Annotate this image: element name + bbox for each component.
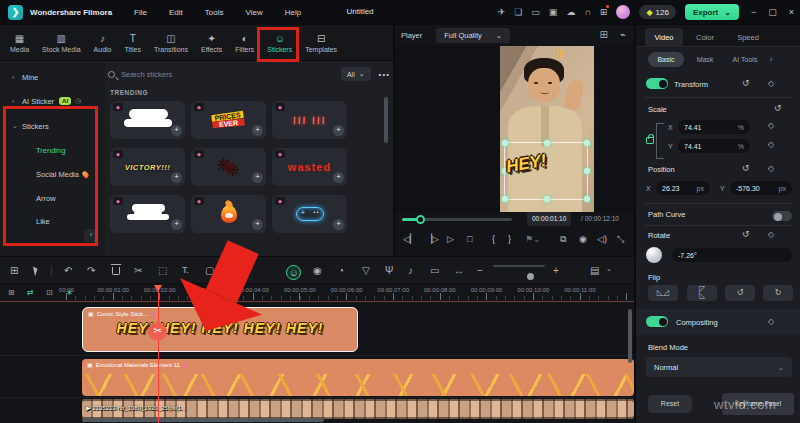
subtab-overflow-icon[interactable]: ›: [770, 56, 772, 63]
dual-screen-icon[interactable]: ⧉: [560, 234, 566, 245]
sticker-cloud-bubble[interactable]: ◆+: [110, 195, 185, 233]
close-button[interactable]: ×: [789, 7, 794, 17]
tab-media[interactable]: ▦Media: [10, 33, 29, 53]
fit-timeline-icon[interactable]: ↔: [454, 265, 464, 276]
sticker-wasted[interactable]: ◆wasted+: [272, 148, 347, 186]
position-keyframe-icon[interactable]: ◇: [768, 164, 774, 173]
tab-templates[interactable]: ⊟Templates: [305, 33, 337, 53]
audio-stretch-icon[interactable]: ♪: [408, 265, 413, 276]
tab-filters[interactable]: ◐Filters: [235, 33, 254, 53]
lock-icon[interactable]: [646, 137, 654, 144]
video-preview[interactable]: \|/ HEY!: [500, 46, 594, 212]
transform-keyframe-icon[interactable]: ◇: [768, 79, 774, 88]
position-x-input[interactable]: 26.23px: [656, 181, 710, 195]
add-sticker-button[interactable]: +: [252, 172, 263, 183]
menu-help[interactable]: Help: [285, 8, 301, 17]
sticker-fire-emoji[interactable]: ◆+: [191, 195, 266, 233]
sticker-tool-icon[interactable]: ☺: [286, 265, 301, 280]
add-sticker-button[interactable]: +: [252, 219, 263, 230]
rotate-reset-icon[interactable]: ↺: [742, 229, 750, 239]
snapshot-tool-icon[interactable]: ◉: [313, 265, 322, 276]
add-sticker-button[interactable]: +: [252, 125, 263, 136]
export-button[interactable]: Export⌄: [685, 4, 739, 20]
shield-icon[interactable]: ▽: [362, 265, 370, 276]
add-sticker-button[interactable]: +: [171, 219, 182, 230]
rotate-right-button[interactable]: ↻: [763, 285, 793, 301]
scopes-icon[interactable]: ⌁: [620, 30, 626, 40]
transform-toggle[interactable]: [646, 78, 668, 89]
clip-emotional-materials[interactable]: ▣Emotional Materials Element 11◆: [82, 359, 634, 396]
playhead[interactable]: [158, 285, 159, 423]
subtab-basic[interactable]: Basic: [648, 52, 684, 67]
sticker-blush-marks[interactable]: ◆\\\ \\\+: [272, 101, 347, 139]
mark-in-button[interactable]: {: [492, 234, 495, 244]
cloud-icon[interactable]: ☁: [566, 7, 575, 17]
scale-reset-icon[interactable]: ↺: [774, 103, 782, 113]
split-icon[interactable]: ✂: [134, 265, 142, 276]
menu-file[interactable]: File: [134, 8, 147, 17]
voiceover-mic-icon[interactable]: Ψ: [385, 265, 393, 276]
avatar[interactable]: [616, 5, 630, 19]
maximize-button[interactable]: ▢: [768, 7, 777, 17]
zoom-knob[interactable]: [527, 273, 534, 280]
menu-edit[interactable]: Edit: [169, 8, 183, 17]
rotate-input[interactable]: -7.26°: [672, 248, 792, 262]
add-sticker-button[interactable]: +: [171, 172, 182, 183]
search-input[interactable]: [121, 70, 341, 79]
snapshot-icon[interactable]: ◉: [579, 234, 587, 244]
crop-icon[interactable]: ⬚: [158, 265, 167, 276]
coin-badge[interactable]: ◆126: [639, 5, 676, 19]
zoom-in-icon[interactable]: +: [553, 265, 559, 276]
track-manager-icon[interactable]: ▤: [590, 265, 599, 276]
sticker-thought-bubble[interactable]: ◆+: [110, 101, 185, 139]
apps-icon[interactable]: ⊞: [600, 7, 608, 17]
mark-out-button[interactable]: }: [508, 234, 511, 244]
add-sticker-button[interactable]: +: [333, 125, 344, 136]
library-scrollbar[interactable]: [384, 97, 388, 143]
position-reset-icon[interactable]: ↺: [742, 163, 750, 173]
more-options-button[interactable]: •••: [379, 70, 390, 79]
playhead-marker[interactable]: [154, 285, 162, 292]
save-icon[interactable]: ▣: [549, 7, 558, 17]
timeline-ruler[interactable]: ⊞ ⇄ ⊡ ∗ 00:0000:00:01:0000:00:02:0000:00…: [0, 285, 634, 302]
zoom-out-icon[interactable]: −: [477, 265, 483, 276]
filter-dropdown[interactable]: All⌄: [341, 67, 371, 81]
scale-x-input[interactable]: 74.41%: [678, 120, 750, 134]
tab-titles[interactable]: TTitles: [125, 33, 141, 53]
sidebar-item-mine[interactable]: ›Mine: [0, 67, 105, 87]
scale-x-keyframe-icon[interactable]: ◇: [768, 121, 774, 130]
sticker-prices-ever[interactable]: ◆PRICESEVER+: [191, 101, 266, 139]
feedback-icon[interactable]: ❏: [514, 7, 522, 17]
seek-bar[interactable]: [402, 218, 512, 221]
volume-icon[interactable]: ◁): [597, 234, 607, 244]
rotate-keyframe-icon[interactable]: ◇: [768, 230, 774, 239]
scale-y-input[interactable]: 74.41%: [678, 139, 750, 153]
track-options-icon[interactable]: ⊞: [10, 265, 18, 276]
rotate-left-button[interactable]: ↺: [725, 285, 755, 301]
delete-icon[interactable]: [112, 267, 120, 275]
add-track-icon[interactable]: ⊞: [8, 288, 15, 297]
marker-button[interactable]: ⚑⌄: [525, 234, 541, 244]
add-sticker-button[interactable]: +: [171, 125, 182, 136]
compositing-keyframe-icon[interactable]: ◇: [768, 317, 774, 326]
speed-tool-icon[interactable]: ◔: [338, 265, 344, 276]
stop-button[interactable]: □: [467, 234, 472, 244]
compositing-toggle[interactable]: [646, 316, 668, 327]
subtab-mask[interactable]: Mask: [690, 52, 720, 67]
tab-stock-media[interactable]: ▥Stock Media: [42, 33, 81, 53]
sticker-ink-splash[interactable]: ◆❋+: [191, 148, 266, 186]
split-at-playhead-icon[interactable]: ✂: [148, 322, 167, 341]
path-curve-toggle[interactable]: [772, 211, 792, 221]
tab-audio[interactable]: ♪Audio: [94, 33, 112, 53]
sticker-victory[interactable]: ◆VICTORY!!!+: [110, 148, 185, 186]
flip-horizontal-button[interactable]: ◺◿: [648, 285, 678, 301]
grid-view-icon[interactable]: ⊞: [600, 30, 608, 40]
position-y-input[interactable]: -576.30px: [730, 181, 792, 195]
tab-color[interactable]: Color: [688, 28, 722, 47]
scale-y-keyframe-icon[interactable]: ◇: [768, 140, 774, 149]
device-icon[interactable]: ▭: [531, 7, 540, 17]
screen-record-icon[interactable]: ▭: [430, 265, 439, 276]
tab-speed[interactable]: Speed: [730, 28, 766, 47]
flip-vertical-button[interactable]: ◺◿: [687, 285, 717, 301]
tab-video[interactable]: Video: [645, 28, 683, 47]
